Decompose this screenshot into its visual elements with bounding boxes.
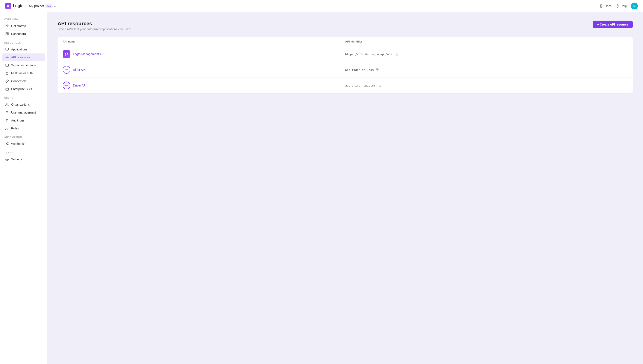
docs-icon [600,4,603,8]
docs-button[interactable]: Docs [600,4,612,8]
logo-text: Logto [13,4,24,8]
applications-icon [5,48,9,51]
svg-rect-4 [7,32,8,34]
create-api-resource-label: + Create API resource [597,23,628,26]
sidebar-item-roles[interactable]: Roles [2,124,45,132]
sidebar-item-settings[interactable]: Settings [2,156,45,163]
col-api-name: API name [63,40,345,43]
driver-api-icon: API [63,82,70,89]
topbar-right: Docs Help N [600,2,638,10]
api-identifier-value: app.rider-api.com [345,68,374,72]
sidebar-item-label: Settings [11,158,22,161]
svg-point-8 [7,57,8,58]
sidebar-item-webhooks[interactable]: Webhooks [2,140,45,148]
sidebar-item-enterprise-sso[interactable]: Enterprise SSO [2,85,45,93]
sidebar-item-dashboard[interactable]: Dashboard [2,30,45,38]
table-row: API Driver API app.driver-api.com [58,78,633,93]
copy-icon [376,68,379,71]
page-header: API resources Define APIs that your auth… [58,20,633,31]
main-content: API resources Define APIs that your auth… [47,12,643,364]
sidebar-item-label: Organizations [11,103,30,106]
sidebar-item-audit-logs[interactable]: Audit logs [2,116,45,124]
project-name: My project [29,4,44,8]
logo: Logto [5,3,24,9]
svg-rect-10 [6,73,8,74]
table-row: Logto Management API https://c1qu6s.logt… [58,46,633,62]
topbar-divider [26,4,26,8]
svg-marker-2 [6,24,8,27]
sidebar-item-api-resources[interactable]: API resources [2,54,45,61]
sidebar-item-label: User management [11,111,36,114]
sidebar-section-tenant: TENANT [0,148,47,155]
svg-rect-19 [377,69,379,71]
rider-api-icon: API [63,66,70,74]
sidebar-item-user-management[interactable]: User management [2,108,45,116]
api-name-cell: API Rider API [63,66,345,74]
help-icon [616,4,619,8]
sidebar-item-label: Sign-in experience [11,64,36,67]
api-resources-table: API name API Identifier Logto Management… [58,37,633,93]
logto-api-icon [63,50,70,58]
copy-identifier-button[interactable] [377,83,382,88]
sidebar-item-applications[interactable]: Applications [2,46,45,53]
dashboard-icon [5,32,9,36]
layout: OVERVIEW Get started Dashboard RESOURCES… [0,12,643,364]
sidebar-item-label: Audit logs [11,119,24,122]
sidebar-item-label: Get started [11,24,26,28]
page-subtitle: Define APIs that your authorized applica… [58,28,132,31]
user-avatar[interactable]: N [631,2,638,10]
sidebar-item-label: Webhooks [11,142,25,146]
svg-rect-9 [6,64,8,66]
chevron-down-icon: ⌄ [54,4,56,8]
project-selector[interactable]: My project Dev ⌄ [29,4,56,8]
sidebar-item-mfa[interactable]: Multi-factor auth [2,69,45,77]
driver-api-link[interactable]: Driver API [73,84,86,87]
api-name-cell: Logto Management API [63,50,345,58]
sidebar-section-users: USERS [0,93,47,100]
sidebar-item-label: Roles [11,127,19,130]
copy-icon [378,84,381,87]
organizations-icon [5,102,9,106]
logo-icon [5,3,11,9]
user-management-icon [5,110,9,114]
svg-rect-11 [6,88,8,90]
svg-point-17 [7,159,8,160]
rider-api-link[interactable]: Rider API [73,68,86,72]
svg-rect-6 [6,34,7,35]
sidebar-item-label: Dashboard [11,32,26,36]
page-title: API resources [58,20,132,26]
sidebar-section-automation: AUTOMATION [0,132,47,140]
sidebar-item-sign-in-experience[interactable]: Sign-in experience [2,62,45,69]
col-api-identifier: API Identifier [345,40,628,43]
svg-point-13 [6,111,8,112]
api-name-cell: API Driver API [63,82,345,89]
api-identifier-value: app.driver-api.com [345,84,375,87]
sidebar-item-label: Connectors [11,80,26,83]
sign-in-icon [5,63,9,67]
api-resources-icon [5,55,9,59]
create-api-resource-button[interactable]: + Create API resource [593,20,633,28]
svg-rect-7 [6,48,8,50]
docs-label: Docs [604,4,612,8]
svg-point-12 [6,103,7,104]
table-header: API name API Identifier [58,37,633,46]
copy-identifier-button[interactable] [394,52,398,56]
svg-rect-18 [396,54,398,55]
svg-rect-3 [6,32,7,34]
sidebar-item-label: Enterprise SSO [11,87,32,91]
svg-rect-20 [379,85,381,87]
sidebar-item-organizations[interactable]: Organizations [2,101,45,108]
sidebar-item-connectors[interactable]: Connectors [2,77,45,85]
svg-point-14 [6,127,7,128]
connectors-icon [5,79,9,83]
project-env-badge: Dev [45,4,52,8]
sidebar: OVERVIEW Get started Dashboard RESOURCES… [0,12,47,364]
help-button[interactable]: Help [616,4,627,8]
logto-management-api-link[interactable]: Logto Management API [73,52,104,56]
roles-icon [5,126,9,130]
sidebar-item-label: Multi-factor auth [11,72,32,75]
sidebar-item-get-started[interactable]: Get started [2,22,45,30]
copy-identifier-button[interactable] [375,68,380,72]
copy-icon [395,52,398,56]
topbar-left: Logto My project Dev ⌄ [5,3,56,9]
